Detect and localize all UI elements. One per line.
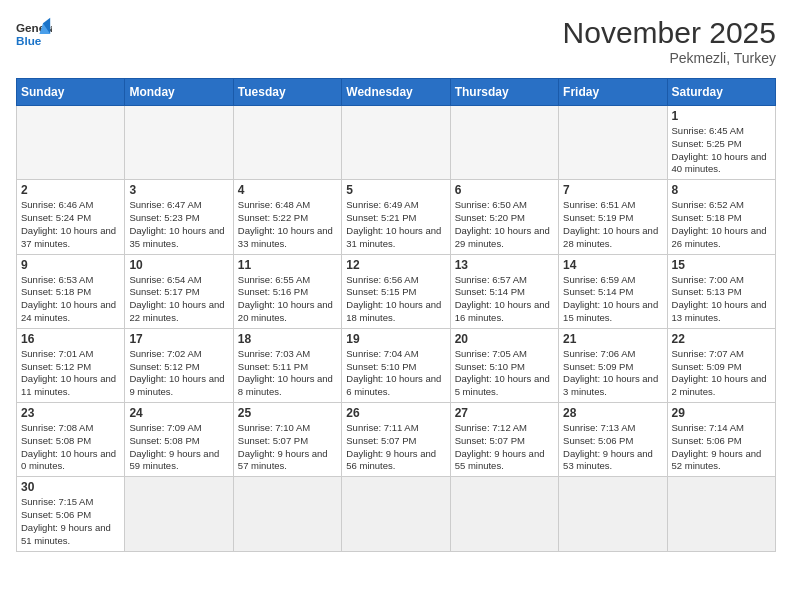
day-of-week-header: Sunday <box>17 79 125 106</box>
day-info: Sunrise: 6:46 AM Sunset: 5:24 PM Dayligh… <box>21 199 120 250</box>
day-number: 9 <box>21 258 120 272</box>
day-info: Sunrise: 7:08 AM Sunset: 5:08 PM Dayligh… <box>21 422 120 473</box>
day-number: 8 <box>672 183 771 197</box>
calendar-cell: 15Sunrise: 7:00 AM Sunset: 5:13 PM Dayli… <box>667 254 775 328</box>
day-info: Sunrise: 7:07 AM Sunset: 5:09 PM Dayligh… <box>672 348 771 399</box>
day-of-week-header: Saturday <box>667 79 775 106</box>
day-number: 30 <box>21 480 120 494</box>
calendar-cell: 25Sunrise: 7:10 AM Sunset: 5:07 PM Dayli… <box>233 403 341 477</box>
calendar-cell: 28Sunrise: 7:13 AM Sunset: 5:06 PM Dayli… <box>559 403 667 477</box>
calendar-week-row: 16Sunrise: 7:01 AM Sunset: 5:12 PM Dayli… <box>17 328 776 402</box>
calendar-cell: 13Sunrise: 6:57 AM Sunset: 5:14 PM Dayli… <box>450 254 558 328</box>
day-of-week-header: Tuesday <box>233 79 341 106</box>
day-info: Sunrise: 6:51 AM Sunset: 5:19 PM Dayligh… <box>563 199 662 250</box>
svg-text:Blue: Blue <box>16 34 42 47</box>
calendar-cell: 22Sunrise: 7:07 AM Sunset: 5:09 PM Dayli… <box>667 328 775 402</box>
calendar-cell: 5Sunrise: 6:49 AM Sunset: 5:21 PM Daylig… <box>342 180 450 254</box>
calendar-cell <box>342 106 450 180</box>
day-info: Sunrise: 7:13 AM Sunset: 5:06 PM Dayligh… <box>563 422 662 473</box>
day-info: Sunrise: 6:56 AM Sunset: 5:15 PM Dayligh… <box>346 274 445 325</box>
calendar-cell: 18Sunrise: 7:03 AM Sunset: 5:11 PM Dayli… <box>233 328 341 402</box>
calendar-cell <box>125 106 233 180</box>
day-info: Sunrise: 7:01 AM Sunset: 5:12 PM Dayligh… <box>21 348 120 399</box>
day-number: 18 <box>238 332 337 346</box>
day-info: Sunrise: 6:59 AM Sunset: 5:14 PM Dayligh… <box>563 274 662 325</box>
day-info: Sunrise: 6:53 AM Sunset: 5:18 PM Dayligh… <box>21 274 120 325</box>
day-info: Sunrise: 7:14 AM Sunset: 5:06 PM Dayligh… <box>672 422 771 473</box>
calendar-cell: 30Sunrise: 7:15 AM Sunset: 5:06 PM Dayli… <box>17 477 125 551</box>
title-block: November 2025 Pekmezli, Turkey <box>563 16 776 66</box>
day-number: 11 <box>238 258 337 272</box>
day-number: 26 <box>346 406 445 420</box>
day-info: Sunrise: 7:00 AM Sunset: 5:13 PM Dayligh… <box>672 274 771 325</box>
calendar-cell: 9Sunrise: 6:53 AM Sunset: 5:18 PM Daylig… <box>17 254 125 328</box>
calendar-week-row: 1Sunrise: 6:45 AM Sunset: 5:25 PM Daylig… <box>17 106 776 180</box>
day-info: Sunrise: 7:02 AM Sunset: 5:12 PM Dayligh… <box>129 348 228 399</box>
calendar-table: SundayMondayTuesdayWednesdayThursdayFrid… <box>16 78 776 552</box>
calendar-week-row: 23Sunrise: 7:08 AM Sunset: 5:08 PM Dayli… <box>17 403 776 477</box>
day-number: 21 <box>563 332 662 346</box>
calendar-cell: 20Sunrise: 7:05 AM Sunset: 5:10 PM Dayli… <box>450 328 558 402</box>
calendar-cell: 21Sunrise: 7:06 AM Sunset: 5:09 PM Dayli… <box>559 328 667 402</box>
calendar-week-row: 9Sunrise: 6:53 AM Sunset: 5:18 PM Daylig… <box>17 254 776 328</box>
day-info: Sunrise: 6:45 AM Sunset: 5:25 PM Dayligh… <box>672 125 771 176</box>
day-info: Sunrise: 7:05 AM Sunset: 5:10 PM Dayligh… <box>455 348 554 399</box>
calendar-cell: 27Sunrise: 7:12 AM Sunset: 5:07 PM Dayli… <box>450 403 558 477</box>
day-info: Sunrise: 7:09 AM Sunset: 5:08 PM Dayligh… <box>129 422 228 473</box>
calendar-cell: 7Sunrise: 6:51 AM Sunset: 5:19 PM Daylig… <box>559 180 667 254</box>
day-info: Sunrise: 6:52 AM Sunset: 5:18 PM Dayligh… <box>672 199 771 250</box>
day-number: 23 <box>21 406 120 420</box>
calendar-cell: 19Sunrise: 7:04 AM Sunset: 5:10 PM Dayli… <box>342 328 450 402</box>
calendar-cell <box>559 477 667 551</box>
day-number: 19 <box>346 332 445 346</box>
day-info: Sunrise: 6:57 AM Sunset: 5:14 PM Dayligh… <box>455 274 554 325</box>
day-number: 28 <box>563 406 662 420</box>
calendar-cell <box>233 106 341 180</box>
calendar-week-row: 30Sunrise: 7:15 AM Sunset: 5:06 PM Dayli… <box>17 477 776 551</box>
day-number: 24 <box>129 406 228 420</box>
calendar-cell <box>559 106 667 180</box>
calendar-cell: 1Sunrise: 6:45 AM Sunset: 5:25 PM Daylig… <box>667 106 775 180</box>
calendar-cell: 3Sunrise: 6:47 AM Sunset: 5:23 PM Daylig… <box>125 180 233 254</box>
calendar-cell <box>667 477 775 551</box>
day-info: Sunrise: 7:03 AM Sunset: 5:11 PM Dayligh… <box>238 348 337 399</box>
calendar-cell <box>233 477 341 551</box>
calendar-cell <box>17 106 125 180</box>
day-info: Sunrise: 6:47 AM Sunset: 5:23 PM Dayligh… <box>129 199 228 250</box>
day-number: 17 <box>129 332 228 346</box>
day-number: 16 <box>21 332 120 346</box>
day-info: Sunrise: 7:12 AM Sunset: 5:07 PM Dayligh… <box>455 422 554 473</box>
calendar-header-row: SundayMondayTuesdayWednesdayThursdayFrid… <box>17 79 776 106</box>
day-info: Sunrise: 6:48 AM Sunset: 5:22 PM Dayligh… <box>238 199 337 250</box>
logo: General Blue <box>16 16 52 52</box>
calendar-cell: 11Sunrise: 6:55 AM Sunset: 5:16 PM Dayli… <box>233 254 341 328</box>
calendar-cell <box>450 477 558 551</box>
calendar-cell: 29Sunrise: 7:14 AM Sunset: 5:06 PM Dayli… <box>667 403 775 477</box>
page-header: General Blue November 2025 Pekmezli, Tur… <box>16 16 776 66</box>
month-title: November 2025 <box>563 16 776 50</box>
day-of-week-header: Wednesday <box>342 79 450 106</box>
day-of-week-header: Friday <box>559 79 667 106</box>
calendar-cell: 17Sunrise: 7:02 AM Sunset: 5:12 PM Dayli… <box>125 328 233 402</box>
day-number: 5 <box>346 183 445 197</box>
calendar-cell <box>342 477 450 551</box>
day-of-week-header: Monday <box>125 79 233 106</box>
day-number: 22 <box>672 332 771 346</box>
day-number: 25 <box>238 406 337 420</box>
day-number: 6 <box>455 183 554 197</box>
day-info: Sunrise: 6:50 AM Sunset: 5:20 PM Dayligh… <box>455 199 554 250</box>
day-number: 10 <box>129 258 228 272</box>
day-number: 15 <box>672 258 771 272</box>
calendar-cell: 8Sunrise: 6:52 AM Sunset: 5:18 PM Daylig… <box>667 180 775 254</box>
day-number: 27 <box>455 406 554 420</box>
calendar-cell: 14Sunrise: 6:59 AM Sunset: 5:14 PM Dayli… <box>559 254 667 328</box>
location: Pekmezli, Turkey <box>563 50 776 66</box>
calendar-cell: 24Sunrise: 7:09 AM Sunset: 5:08 PM Dayli… <box>125 403 233 477</box>
day-info: Sunrise: 7:04 AM Sunset: 5:10 PM Dayligh… <box>346 348 445 399</box>
day-info: Sunrise: 6:55 AM Sunset: 5:16 PM Dayligh… <box>238 274 337 325</box>
calendar-cell: 2Sunrise: 6:46 AM Sunset: 5:24 PM Daylig… <box>17 180 125 254</box>
calendar-cell: 16Sunrise: 7:01 AM Sunset: 5:12 PM Dayli… <box>17 328 125 402</box>
day-number: 14 <box>563 258 662 272</box>
day-number: 7 <box>563 183 662 197</box>
day-number: 3 <box>129 183 228 197</box>
